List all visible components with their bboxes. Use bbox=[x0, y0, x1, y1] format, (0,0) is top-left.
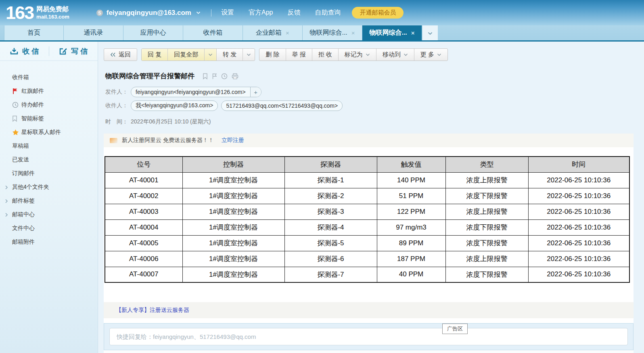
alarm-table: 位号控制器探测器触发值类型时间 AT-400011#调度室控制器探测器-1140… bbox=[105, 156, 630, 283]
table-cell: 探测器-7 bbox=[284, 267, 377, 282]
sidebar-item[interactable]: 邮箱附件 bbox=[0, 235, 98, 249]
back-button[interactable]: 返回 bbox=[104, 49, 137, 61]
chevron-down-icon bbox=[437, 53, 441, 56]
table-cell: 探测器-6 bbox=[284, 251, 377, 267]
table-cell: 2022-06-25 10:10:36 bbox=[528, 188, 629, 204]
logo-line2: mail.163.com bbox=[36, 14, 69, 20]
table-row: AT-400071#调度室控制器探测器-740 PPM浓度下限报警2022-06… bbox=[105, 267, 629, 282]
header-menu-item[interactable]: 反馈 bbox=[287, 8, 300, 17]
sidebar-item-label: 待办邮件 bbox=[21, 101, 44, 109]
ad-register-link[interactable]: 立即注册 bbox=[222, 137, 244, 144]
forward-button[interactable]: 转 发 bbox=[216, 49, 243, 61]
sidebar-item[interactable]: 待办邮件 bbox=[0, 98, 98, 112]
tab-close-icon[interactable]: × bbox=[286, 30, 289, 36]
table-cell: 89 PPM bbox=[377, 235, 445, 251]
recipient-pill[interactable]: 我<feiyangqingyun@163.com> bbox=[131, 100, 218, 111]
table-header-cell: 位号 bbox=[105, 157, 182, 172]
bookmark-icon[interactable] bbox=[203, 73, 208, 79]
table-cell: 140 PPM bbox=[377, 172, 445, 188]
sidebar-item[interactable]: 其他4个文件夹 bbox=[0, 180, 98, 194]
flag-icon[interactable] bbox=[212, 73, 217, 79]
sender-address[interactable]: feiyangqingyun<feiyangqingyun@126.com> bbox=[131, 87, 250, 97]
sidebar-item-label: 邮箱中心 bbox=[12, 211, 35, 218]
sidebar-item[interactable]: 邮件标签 bbox=[0, 194, 98, 208]
account-switcher[interactable]: S feiyangqingyun@163.com bbox=[96, 9, 201, 17]
tab-item[interactable]: 企业邮箱× bbox=[243, 25, 303, 40]
table-cell: AT-40006 bbox=[105, 251, 182, 267]
table-cell: 1#调度室控制器 bbox=[182, 188, 284, 204]
receive-mail-button[interactable]: 收 信 bbox=[0, 46, 49, 56]
forward-dropdown[interactable] bbox=[243, 49, 255, 61]
ad-text: 新人注册阿里云 免费送云服务器！！ bbox=[122, 137, 214, 144]
clock-icon bbox=[12, 102, 21, 108]
compose-mail-button[interactable]: 写 信 bbox=[49, 46, 98, 56]
table-cell: 1#调度室控制器 bbox=[182, 251, 284, 267]
add-contact-button[interactable]: + bbox=[250, 87, 261, 97]
table-header-cell: 探测器 bbox=[284, 157, 377, 172]
chevron-down-icon[interactable] bbox=[196, 11, 201, 14]
tab-close-icon[interactable]: × bbox=[351, 30, 355, 36]
tab-item[interactable]: 首页 bbox=[4, 25, 64, 40]
quick-reply-input[interactable] bbox=[109, 328, 628, 345]
quick-reply-section: 广告区 bbox=[104, 323, 634, 350]
table-cell: 2022-06-25 10:10:36 bbox=[528, 172, 629, 188]
header-menu-item[interactable]: 自助查询 bbox=[315, 8, 341, 17]
sidebar-item[interactable]: 收件箱 bbox=[0, 71, 98, 84]
reply-all-button[interactable]: 回复全部 bbox=[167, 49, 204, 61]
table-cell: 探测器-5 bbox=[284, 235, 377, 251]
table-cell: 40 PPM bbox=[377, 267, 445, 282]
sidebar-item-label: 邮件标签 bbox=[12, 197, 35, 205]
double-chevron-left-icon bbox=[110, 52, 116, 57]
sidebar-item-label: 星标联系人邮件 bbox=[21, 129, 61, 136]
table-row: AT-400041#调度室控制器探测器-497 mg/m3浓度下限报警2022-… bbox=[105, 219, 629, 235]
sidebar-item[interactable]: 草稿箱 bbox=[0, 139, 98, 153]
sidebar-item-label: 收件箱 bbox=[12, 74, 29, 81]
tab-item[interactable]: 物联网综合...× bbox=[303, 25, 362, 40]
table-header-cell: 控制器 bbox=[182, 157, 284, 172]
ad-area-label: 广告区 bbox=[442, 324, 468, 334]
reply-button[interactable]: 回 复 bbox=[142, 49, 167, 61]
mail-logo[interactable]: 163 网易免费邮 mail.163.com bbox=[6, 4, 69, 21]
more-button[interactable]: 更 多 bbox=[414, 49, 447, 61]
tab-list-dropdown[interactable] bbox=[422, 25, 438, 40]
tab-item[interactable]: 应用中心 bbox=[123, 25, 183, 40]
table-cell: AT-40007 bbox=[105, 267, 182, 282]
table-header-cell: 触发值 bbox=[377, 157, 445, 172]
report-button[interactable]: 举 报 bbox=[286, 49, 312, 61]
tab-item[interactable]: 收件箱 bbox=[183, 25, 243, 40]
table-cell: 1#调度室控制器 bbox=[182, 204, 284, 219]
sidebar-item[interactable]: 已发送 bbox=[0, 153, 98, 167]
sidebar-item[interactable]: 订阅邮件 bbox=[0, 167, 98, 180]
header-menu-item[interactable]: 设置 bbox=[221, 8, 234, 17]
promo-link[interactable]: 【新人专享】注册送云服务器 bbox=[116, 307, 189, 314]
sidebar-item-label: 文件中心 bbox=[12, 225, 35, 232]
sidebar-item[interactable]: 红旗邮件 bbox=[0, 84, 98, 98]
tab-close-icon[interactable]: × bbox=[411, 30, 415, 36]
vip-upgrade-button[interactable]: 开通邮箱会员 bbox=[352, 7, 404, 19]
reply-all-dropdown[interactable] bbox=[204, 49, 216, 61]
bottom-strip bbox=[104, 350, 634, 353]
mark-as-button[interactable]: 标记为 bbox=[338, 49, 376, 61]
sidebar-item[interactable]: 文件中心 bbox=[0, 221, 98, 235]
tab-active[interactable]: 物联网综合...× bbox=[362, 25, 422, 40]
promo-band: 【新人专享】注册送云服务器 bbox=[104, 302, 634, 318]
clock-icon[interactable] bbox=[221, 73, 228, 79]
ad-thumbnail-icon bbox=[110, 138, 117, 143]
recipient-pill[interactable]: 517216493@qq.com<517216493@qq.com> bbox=[221, 100, 343, 111]
sidebar-item[interactable]: 智能标签 bbox=[0, 112, 98, 125]
chevron-right-icon bbox=[5, 185, 12, 190]
move-to-button[interactable]: 移动到 bbox=[376, 49, 414, 61]
delete-button[interactable]: 删 除 bbox=[259, 49, 285, 61]
sidebar-item-label: 订阅邮件 bbox=[12, 170, 35, 177]
sender-pill: feiyangqingyun<feiyangqingyun@126.com> + bbox=[131, 87, 261, 97]
printer-icon[interactable] bbox=[232, 73, 238, 79]
table-cell: 浓度下限报警 bbox=[445, 219, 528, 235]
sidebar-item[interactable]: 邮箱中心 bbox=[0, 208, 98, 221]
header-menu-item[interactable]: 官方App bbox=[249, 8, 273, 17]
table-cell: 探测器-3 bbox=[284, 204, 377, 219]
sidebar-item[interactable]: 星标联系人邮件 bbox=[0, 125, 98, 139]
reject-button[interactable]: 拒 收 bbox=[312, 49, 338, 61]
logo-163-text: 163 bbox=[6, 4, 33, 21]
tab-item[interactable]: 通讯录 bbox=[64, 25, 123, 40]
header-divider bbox=[211, 9, 211, 17]
